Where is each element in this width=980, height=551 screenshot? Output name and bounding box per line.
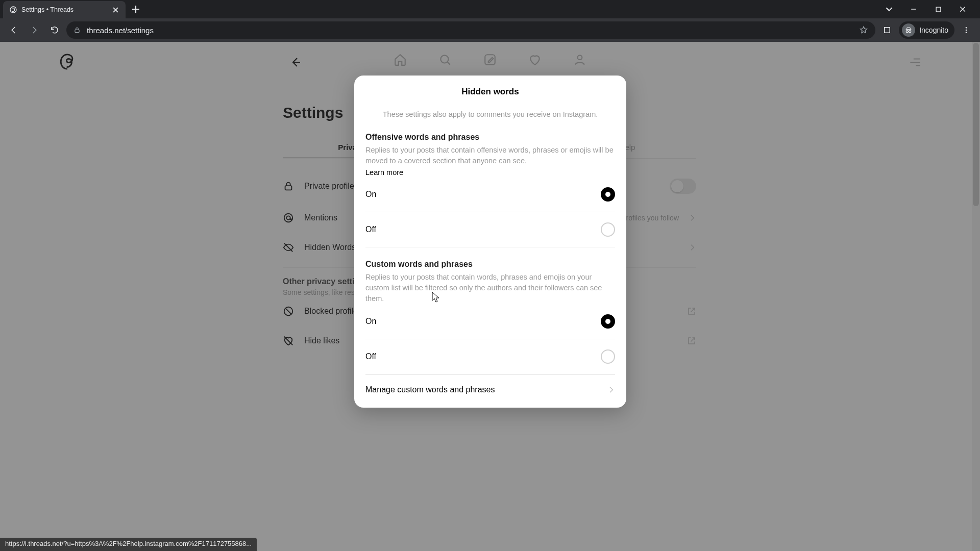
radio-checked-icon[interactable] bbox=[601, 187, 615, 202]
status-bar: https://l.threads.net/?u=https%3A%2F%2Fh… bbox=[0, 538, 257, 551]
window-controls bbox=[878, 2, 977, 17]
url-text: threads.net/settings bbox=[87, 26, 154, 35]
nav-forward-button[interactable] bbox=[26, 21, 43, 39]
svg-rect-2 bbox=[75, 30, 79, 32]
svg-point-6 bbox=[966, 27, 967, 29]
tab-close-icon[interactable] bbox=[111, 6, 119, 14]
manage-label: Manage custom words and phrases bbox=[365, 385, 495, 394]
offensive-desc: Replies to your posts that contain offen… bbox=[365, 145, 615, 166]
offensive-off-option[interactable]: Off bbox=[365, 212, 615, 247]
learn-more-link[interactable]: Learn more bbox=[365, 168, 403, 177]
svg-point-5 bbox=[909, 31, 911, 33]
browser-chrome: Settings • Threads threads.net/settings bbox=[0, 0, 980, 42]
svg-point-0 bbox=[10, 7, 16, 13]
incognito-label: Incognito bbox=[919, 26, 948, 34]
manage-custom-words-row[interactable]: Manage custom words and phrases bbox=[365, 374, 615, 404]
offensive-heading: Offensive words and phrases bbox=[365, 133, 615, 142]
offensive-on-option[interactable]: On bbox=[365, 177, 615, 212]
svg-point-8 bbox=[966, 32, 967, 33]
svg-point-4 bbox=[906, 31, 909, 33]
nav-back-button[interactable] bbox=[5, 21, 22, 39]
option-label: On bbox=[365, 317, 376, 326]
option-label: On bbox=[365, 190, 376, 199]
incognito-chip[interactable]: Incognito bbox=[899, 21, 954, 39]
lock-icon bbox=[74, 27, 81, 34]
svg-rect-1 bbox=[936, 7, 941, 12]
tab-title: Settings • Threads bbox=[21, 6, 107, 13]
custom-on-option[interactable]: On bbox=[365, 304, 615, 339]
radio-unchecked-icon[interactable] bbox=[601, 222, 615, 237]
bookmark-star-icon[interactable] bbox=[859, 26, 868, 35]
radio-checked-icon[interactable] bbox=[601, 314, 615, 329]
browser-tab[interactable]: Settings • Threads bbox=[3, 1, 126, 18]
extensions-icon[interactable] bbox=[878, 21, 896, 39]
modal-caption: These settings also apply to comments yo… bbox=[365, 110, 615, 118]
option-label: Off bbox=[365, 352, 376, 361]
tab-strip: Settings • Threads bbox=[0, 0, 980, 18]
svg-point-7 bbox=[966, 30, 967, 31]
browser-toolbar: threads.net/settings Incognito bbox=[0, 18, 980, 42]
svg-rect-3 bbox=[885, 28, 890, 33]
chevron-down-icon[interactable] bbox=[878, 2, 900, 17]
custom-desc: Replies to your posts that contain words… bbox=[365, 272, 615, 304]
window-close-button[interactable] bbox=[951, 2, 974, 17]
favicon-icon bbox=[9, 6, 17, 14]
viewport: Settings Privacy Account Help Private pr… bbox=[0, 42, 980, 551]
chevron-right-icon bbox=[607, 386, 615, 394]
maximize-button[interactable] bbox=[927, 2, 949, 17]
radio-unchecked-icon[interactable] bbox=[601, 349, 615, 364]
status-bar-url: https://l.threads.net/?u=https%3A%2F%2Fh… bbox=[5, 540, 252, 547]
modal-title: Hidden words bbox=[354, 87, 626, 97]
custom-off-option[interactable]: Off bbox=[365, 339, 615, 374]
minimize-button[interactable] bbox=[902, 2, 925, 17]
new-tab-button[interactable] bbox=[129, 2, 143, 16]
option-label: Off bbox=[365, 225, 376, 234]
nav-reload-button[interactable] bbox=[46, 21, 63, 39]
incognito-icon bbox=[902, 23, 915, 37]
custom-heading: Custom words and phrases bbox=[365, 260, 615, 269]
hidden-words-modal: Hidden words These settings also apply t… bbox=[354, 76, 626, 408]
browser-menu-icon[interactable] bbox=[958, 21, 975, 39]
address-bar[interactable]: threads.net/settings bbox=[66, 21, 875, 39]
